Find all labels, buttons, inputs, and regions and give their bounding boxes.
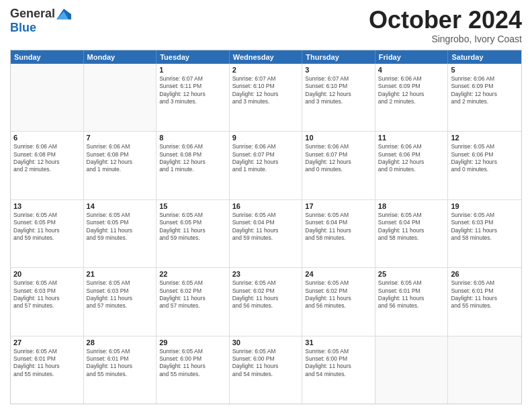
calendar-cell: 16Sunrise: 6:05 AM Sunset: 6:04 PM Dayli… <box>230 200 303 267</box>
day-info: Sunrise: 6:05 AM Sunset: 6:04 PM Dayligh… <box>378 212 445 242</box>
day-info: Sunrise: 6:05 AM Sunset: 6:01 PM Dayligh… <box>87 348 154 379</box>
day-info: Sunrise: 6:06 AM Sunset: 6:09 PM Dayligh… <box>451 75 519 106</box>
calendar-cell: 20Sunrise: 6:05 AM Sunset: 6:03 PM Dayli… <box>11 268 84 335</box>
day-number: 30 <box>232 338 300 347</box>
weekday-header: Tuesday <box>157 50 230 64</box>
calendar-cell: 30Sunrise: 6:05 AM Sunset: 6:00 PM Dayli… <box>230 336 303 404</box>
day-info: Sunrise: 6:05 AM Sunset: 6:02 PM Dayligh… <box>232 279 300 310</box>
day-info: Sunrise: 6:05 AM Sunset: 6:04 PM Dayligh… <box>232 212 300 242</box>
weekday-header: Monday <box>84 50 157 64</box>
day-info: Sunrise: 6:05 AM Sunset: 6:05 PM Dayligh… <box>87 212 154 242</box>
day-info: Sunrise: 6:05 AM Sunset: 6:03 PM Dayligh… <box>451 212 519 242</box>
weekday-header: Saturday <box>448 50 521 64</box>
day-number: 15 <box>159 202 226 210</box>
day-number: 21 <box>87 270 154 278</box>
day-number: 4 <box>378 66 445 74</box>
weekday-header: Thursday <box>302 50 375 64</box>
day-info: Sunrise: 6:06 AM Sunset: 6:08 PM Dayligh… <box>13 143 81 174</box>
calendar-cell: 12Sunrise: 6:05 AM Sunset: 6:06 PM Dayli… <box>448 132 521 199</box>
calendar-cell: 8Sunrise: 6:06 AM Sunset: 6:08 PM Daylig… <box>157 132 230 199</box>
day-number: 8 <box>159 134 226 142</box>
day-number: 26 <box>451 270 519 278</box>
day-number: 13 <box>13 202 81 210</box>
day-info: Sunrise: 6:05 AM Sunset: 6:01 PM Dayligh… <box>378 279 445 310</box>
day-number: 19 <box>451 202 519 210</box>
day-number: 6 <box>13 134 81 142</box>
calendar-cell: 5Sunrise: 6:06 AM Sunset: 6:09 PM Daylig… <box>448 64 521 131</box>
calendar-cell: 23Sunrise: 6:05 AM Sunset: 6:02 PM Dayli… <box>230 268 303 335</box>
day-number: 1 <box>159 66 226 74</box>
day-number: 20 <box>13 270 81 278</box>
calendar-cell: 24Sunrise: 6:05 AM Sunset: 6:02 PM Dayli… <box>302 268 375 335</box>
day-info: Sunrise: 6:06 AM Sunset: 6:08 PM Dayligh… <box>87 143 154 174</box>
day-info: Sunrise: 6:05 AM Sunset: 6:02 PM Dayligh… <box>159 279 226 310</box>
calendar-week-row: 20Sunrise: 6:05 AM Sunset: 6:03 PM Dayli… <box>11 268 521 336</box>
calendar-cell: 22Sunrise: 6:05 AM Sunset: 6:02 PM Dayli… <box>157 268 230 335</box>
calendar-cell: 21Sunrise: 6:05 AM Sunset: 6:03 PM Dayli… <box>84 268 157 335</box>
header: General Blue October 2024 Singrobo, Ivor… <box>10 7 522 44</box>
day-info: Sunrise: 6:05 AM Sunset: 6:02 PM Dayligh… <box>305 279 372 310</box>
logo: General Blue <box>10 7 71 35</box>
logo-blue: Blue <box>10 21 36 35</box>
day-info: Sunrise: 6:06 AM Sunset: 6:09 PM Dayligh… <box>378 75 445 106</box>
day-number: 18 <box>378 202 445 210</box>
day-number: 28 <box>87 338 154 347</box>
calendar-cell-empty <box>375 336 449 404</box>
day-number: 7 <box>87 134 154 142</box>
day-number: 9 <box>232 134 300 142</box>
calendar-cell: 10Sunrise: 6:06 AM Sunset: 6:07 PM Dayli… <box>302 132 375 199</box>
calendar-cell: 6Sunrise: 6:06 AM Sunset: 6:08 PM Daylig… <box>11 132 84 199</box>
logo-general: General <box>10 7 55 21</box>
calendar-cell-empty <box>84 64 157 131</box>
day-number: 22 <box>159 270 226 278</box>
day-info: Sunrise: 6:05 AM Sunset: 6:05 PM Dayligh… <box>159 212 226 242</box>
weekday-header: Wednesday <box>230 50 303 64</box>
title-section: October 2024 Singrobo, Ivory Coast <box>369 7 522 44</box>
day-number: 11 <box>378 134 445 142</box>
calendar-cell: 29Sunrise: 6:05 AM Sunset: 6:00 PM Dayli… <box>157 336 230 404</box>
calendar-body: 1Sunrise: 6:07 AM Sunset: 6:11 PM Daylig… <box>11 64 521 404</box>
day-number: 23 <box>232 270 300 278</box>
day-number: 12 <box>451 134 519 142</box>
day-number: 24 <box>305 270 372 278</box>
calendar-cell: 28Sunrise: 6:05 AM Sunset: 6:01 PM Dayli… <box>84 336 157 404</box>
day-info: Sunrise: 6:05 AM Sunset: 6:03 PM Dayligh… <box>87 279 154 310</box>
calendar-cell: 13Sunrise: 6:05 AM Sunset: 6:05 PM Dayli… <box>11 200 84 267</box>
day-info: Sunrise: 6:05 AM Sunset: 6:00 PM Dayligh… <box>305 348 372 379</box>
calendar-cell: 3Sunrise: 6:07 AM Sunset: 6:10 PM Daylig… <box>302 64 375 131</box>
day-info: Sunrise: 6:05 AM Sunset: 6:04 PM Dayligh… <box>305 212 372 242</box>
day-number: 16 <box>232 202 300 210</box>
day-number: 27 <box>13 338 81 347</box>
day-info: Sunrise: 6:05 AM Sunset: 6:05 PM Dayligh… <box>13 212 81 242</box>
calendar-week-row: 27Sunrise: 6:05 AM Sunset: 6:01 PM Dayli… <box>11 336 521 404</box>
day-info: Sunrise: 6:05 AM Sunset: 6:00 PM Dayligh… <box>232 348 300 379</box>
calendar-cell: 26Sunrise: 6:05 AM Sunset: 6:01 PM Dayli… <box>448 268 521 335</box>
calendar-cell: 7Sunrise: 6:06 AM Sunset: 6:08 PM Daylig… <box>84 132 157 199</box>
day-info: Sunrise: 6:06 AM Sunset: 6:08 PM Dayligh… <box>159 143 226 174</box>
day-number: 17 <box>305 202 372 210</box>
day-number: 25 <box>378 270 445 278</box>
calendar-cell: 2Sunrise: 6:07 AM Sunset: 6:10 PM Daylig… <box>230 64 303 131</box>
day-number: 31 <box>305 338 372 347</box>
calendar: SundayMondayTuesdayWednesdayThursdayFrid… <box>10 50 522 404</box>
day-info: Sunrise: 6:06 AM Sunset: 6:06 PM Dayligh… <box>378 143 445 174</box>
calendar-cell: 25Sunrise: 6:05 AM Sunset: 6:01 PM Dayli… <box>375 268 449 335</box>
calendar-cell-empty <box>448 336 521 404</box>
calendar-cell: 18Sunrise: 6:05 AM Sunset: 6:04 PM Dayli… <box>375 200 449 267</box>
calendar-cell: 11Sunrise: 6:06 AM Sunset: 6:06 PM Dayli… <box>375 132 449 199</box>
logo-icon <box>56 9 71 19</box>
weekday-header: Sunday <box>11 50 84 64</box>
day-info: Sunrise: 6:07 AM Sunset: 6:10 PM Dayligh… <box>305 75 372 106</box>
calendar-week-row: 1Sunrise: 6:07 AM Sunset: 6:11 PM Daylig… <box>11 64 521 132</box>
day-number: 5 <box>451 66 519 74</box>
calendar-cell: 1Sunrise: 6:07 AM Sunset: 6:11 PM Daylig… <box>157 64 230 131</box>
calendar-cell: 31Sunrise: 6:05 AM Sunset: 6:00 PM Dayli… <box>302 336 375 404</box>
calendar-cell: 9Sunrise: 6:06 AM Sunset: 6:07 PM Daylig… <box>230 132 303 199</box>
location: Singrobo, Ivory Coast <box>369 34 522 44</box>
day-info: Sunrise: 6:06 AM Sunset: 6:07 PM Dayligh… <box>232 143 300 174</box>
calendar-week-row: 6Sunrise: 6:06 AM Sunset: 6:08 PM Daylig… <box>11 132 521 199</box>
day-info: Sunrise: 6:06 AM Sunset: 6:07 PM Dayligh… <box>305 143 372 174</box>
day-info: Sunrise: 6:05 AM Sunset: 6:00 PM Dayligh… <box>159 348 226 379</box>
day-number: 29 <box>159 338 226 347</box>
day-info: Sunrise: 6:07 AM Sunset: 6:10 PM Dayligh… <box>232 75 300 106</box>
